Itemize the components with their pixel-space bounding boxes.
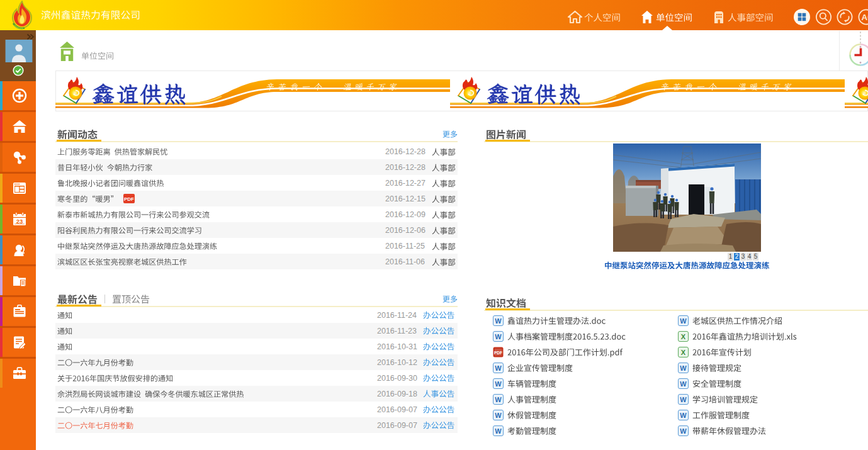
svg-text:W: W: [495, 364, 502, 372]
svg-text:X: X: [681, 349, 686, 356]
svg-text:W: W: [680, 396, 687, 403]
svg-text:W: W: [495, 412, 502, 419]
svg-text:W: W: [680, 427, 687, 435]
svg-text:W: W: [495, 396, 502, 403]
svg-text:W: W: [680, 364, 687, 372]
svg-text:W: W: [680, 412, 687, 419]
svg-text:PDF: PDF: [494, 351, 502, 355]
svg-text:W: W: [495, 380, 502, 388]
svg-text:W: W: [495, 317, 502, 325]
svg-text:W: W: [495, 333, 502, 340]
svg-text:W: W: [680, 317, 687, 325]
svg-text:W: W: [680, 380, 687, 388]
svg-text:23: 23: [16, 218, 23, 225]
svg-text:X: X: [681, 333, 686, 340]
svg-text:A0: A0: [862, 13, 868, 22]
svg-text:PDF: PDF: [124, 196, 134, 202]
svg-text:W: W: [495, 427, 502, 435]
